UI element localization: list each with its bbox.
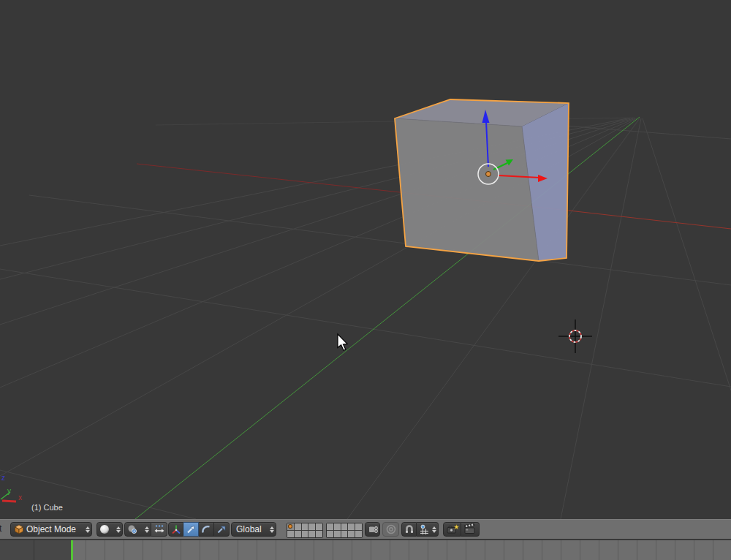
layer-cell[interactable]: [327, 523, 333, 530]
timeline-tick: [694, 540, 694, 560]
blender-window: zyx (1) Cube ct Object Mode: [0, 0, 731, 560]
sphere-icon: [99, 523, 110, 535]
scene-lock-icon: [367, 523, 379, 535]
timeline-tick: [295, 540, 295, 560]
timeline-tick: [181, 540, 181, 560]
layer-cell[interactable]: [348, 531, 355, 537]
timeline-tick: [371, 540, 371, 560]
layer-cell[interactable]: [355, 531, 362, 537]
timeline-tick: [485, 540, 485, 560]
layer-cell[interactable]: [348, 523, 355, 530]
manipulate-centers-toggle[interactable]: [151, 522, 167, 537]
timeline-tick: [143, 540, 143, 560]
timeline-tick: [124, 540, 124, 560]
timeline-tick: [447, 540, 447, 560]
viewport-canvas[interactable]: zyx: [0, 0, 731, 519]
dropdown-arrows-icon: [86, 526, 90, 533]
scale-arrow-icon: [216, 523, 227, 535]
timeline-tick: [257, 540, 257, 560]
timeline-tick: [561, 540, 561, 560]
timeline-tick: [542, 540, 542, 560]
timeline-prerange: [0, 540, 71, 560]
timeline-tick: [599, 540, 599, 560]
scale-tool-button[interactable]: [214, 522, 230, 537]
opengl-render-button[interactable]: [443, 522, 461, 537]
timeline-tick: [162, 540, 162, 560]
mode-dropdown[interactable]: Object Mode: [10, 522, 92, 537]
opengl-render-anim-button[interactable]: [461, 522, 480, 537]
axis-tricolor-icon: [170, 523, 182, 535]
layer-cell[interactable]: [302, 523, 308, 530]
layer-buttons-block-2[interactable]: [326, 523, 363, 538]
timeline-tick: [580, 540, 580, 560]
timeline-tick: [86, 540, 86, 560]
manipulate-centers-icon: [154, 523, 165, 535]
translate-arrow-icon: [185, 523, 197, 535]
translate-tool-button[interactable]: [183, 522, 199, 537]
grid-line: [561, 118, 641, 519]
layer-cell[interactable]: [355, 523, 362, 530]
object-info-text: (1) Cube: [31, 503, 63, 512]
proportional-edit-button[interactable]: [382, 522, 399, 537]
scene-lock-button[interactable]: [365, 522, 380, 537]
gizmo-x-label: x: [18, 493, 22, 502]
layer-cell[interactable]: [341, 531, 348, 537]
timeline-tick: [618, 540, 618, 560]
pivot-dropdown[interactable]: [124, 522, 151, 537]
layer-cell[interactable]: [341, 523, 348, 530]
layer-cell[interactable]: [308, 531, 315, 537]
manipulator-toggle[interactable]: [168, 522, 183, 537]
clapperboard-icon: [463, 523, 477, 535]
timeline-strip[interactable]: [0, 539, 731, 560]
layer-buttons-block-1[interactable]: [287, 523, 323, 538]
layer-cell[interactable]: [308, 523, 315, 530]
timeline-tick: [409, 540, 409, 560]
timeline-tick: [656, 540, 656, 560]
timeline-tick: [219, 540, 219, 560]
timeline-playhead[interactable]: [71, 540, 73, 560]
x-axis-line: [569, 211, 731, 229]
mouse-cursor: [338, 334, 347, 350]
timeline-prerange-line: [34, 540, 34, 560]
viewport-3d[interactable]: zyx (1) Cube: [0, 0, 731, 519]
layer-cell[interactable]: [295, 523, 301, 530]
viewport-header: ct Object Mode: [0, 519, 731, 540]
layer-cell[interactable]: [295, 531, 301, 537]
opengl-render-group: [443, 522, 480, 537]
timeline-tick: [314, 540, 314, 560]
timeline-tick: [466, 540, 466, 560]
dropdown-arrows-icon: [270, 526, 274, 533]
snap-toggle-button[interactable]: [401, 522, 417, 537]
timeline-tick: [637, 540, 637, 560]
timeline-tick: [276, 540, 276, 560]
manipulator-group: [168, 522, 230, 537]
snap-element-icon: [418, 523, 430, 535]
layer-cell[interactable]: [334, 523, 341, 530]
clipped-menu-text[interactable]: ct: [0, 523, 7, 535]
object-origin-dot: [486, 172, 491, 177]
orientation-dropdown[interactable]: Global: [231, 522, 276, 537]
timeline-tick: [333, 540, 333, 560]
layer-cell[interactable]: [302, 531, 308, 537]
layer-cell[interactable]: [327, 531, 333, 537]
grid-line: [0, 269, 731, 387]
timeline-tick: [105, 540, 105, 560]
snap-element-dropdown[interactable]: [417, 522, 439, 537]
dropdown-arrows-icon: [116, 526, 121, 533]
layer-cell[interactable]: [334, 531, 341, 537]
timeline-tick: [523, 540, 523, 560]
layer-cell[interactable]: [287, 531, 294, 537]
rotate-tool-button[interactable]: [199, 522, 214, 537]
rotate-arc-icon: [200, 523, 212, 535]
dropdown-arrows-icon: [145, 526, 149, 533]
gizmo-z-label: z: [1, 474, 5, 482]
layer-cell[interactable]: [316, 531, 322, 537]
gizmo-x-axis: [2, 501, 16, 502]
timeline-tick: [504, 540, 504, 560]
grid-line: [643, 118, 731, 390]
cube-face[interactable]: [395, 118, 539, 261]
timeline-tick: [352, 540, 352, 560]
layer-cell[interactable]: [287, 523, 294, 530]
shading-dropdown[interactable]: [96, 522, 123, 537]
layer-cell[interactable]: [316, 523, 322, 530]
